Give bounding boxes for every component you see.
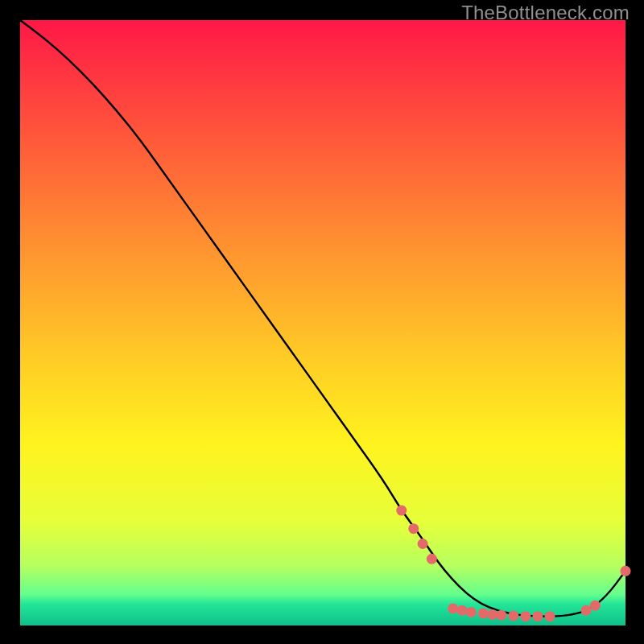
data-marker (532, 611, 543, 621)
gradient-background (20, 20, 625, 625)
data-marker (466, 607, 477, 617)
data-marker (520, 611, 530, 621)
data-marker (418, 539, 428, 549)
data-marker (408, 523, 419, 534)
watermark-text: TheBottleneck.com (461, 2, 630, 24)
data-marker (621, 566, 631, 576)
data-marker (396, 506, 407, 516)
data-marker (487, 609, 497, 620)
data-marker (508, 610, 518, 621)
data-marker (427, 554, 437, 564)
data-marker (581, 605, 592, 616)
data-marker (478, 608, 489, 618)
data-marker (448, 603, 458, 613)
data-marker (496, 610, 506, 621)
data-marker (456, 605, 467, 616)
chart-svg (0, 0, 644, 644)
data-marker (545, 611, 555, 621)
data-marker (590, 601, 601, 611)
chart-stage: TheBottleneck.com (0, 0, 644, 644)
